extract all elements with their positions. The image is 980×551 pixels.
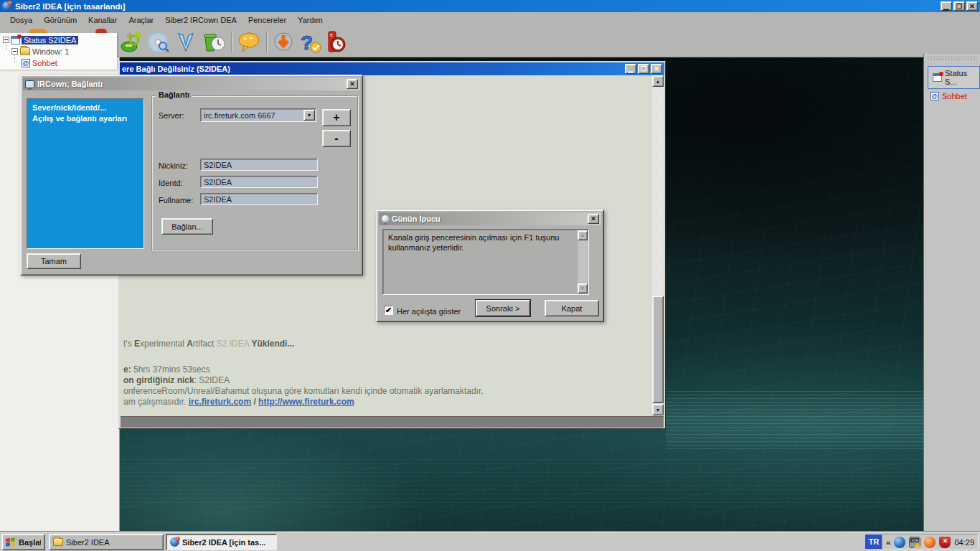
- tip-dialog-title: Günün İpucu: [392, 215, 440, 223]
- nav-item-server[interactable]: Sever/nick/identd/...: [32, 103, 138, 113]
- remove-server-button[interactable]: -: [322, 130, 351, 147]
- right-switchbar: Status S... @ Sohbet: [923, 54, 980, 532]
- mdi-close-button[interactable]: ✕: [651, 64, 662, 74]
- tree-item-sohbet[interactable]: @ Sohbet: [22, 57, 57, 68]
- close-tip-button[interactable]: Kapat: [545, 300, 599, 316]
- b-clock-icon[interactable]: e: [324, 30, 349, 55]
- show-on-startup-checkbox[interactable]: ✔: [384, 306, 393, 315]
- switch-item-label[interactable]: Sohbet: [942, 92, 967, 100]
- chat-at-icon: @: [22, 59, 30, 67]
- status-window-title: ere Bağlı Değilsiniz (S2IDEA): [122, 65, 230, 73]
- menu-gorunum[interactable]: Görünüm: [38, 14, 83, 27]
- scrollbar-thumb[interactable]: [652, 296, 664, 403]
- shield-check-icon[interactable]: [174, 30, 198, 55]
- tree-item-window1[interactable]: Window: 1: [11, 46, 69, 57]
- chevron-down-icon[interactable]: ▼: [303, 110, 315, 121]
- connect-dialog-title: IRCown; Bağlantı: [37, 80, 103, 88]
- close-button[interactable]: ✕: [966, 1, 978, 11]
- mdi-maximize-button[interactable]: ❒: [638, 64, 649, 74]
- status-window-icon: [933, 73, 942, 82]
- tree-item-label[interactable]: Sohbet: [32, 59, 57, 67]
- folder-icon: [20, 47, 30, 55]
- mdi-minimize-button[interactable]: ▁: [625, 64, 636, 74]
- toolbar: “ ” ? e: [0, 27, 980, 57]
- tip-dialog-titlebar: Günün İpucu: [379, 212, 601, 225]
- tip-scrollbar[interactable]: ▲ ▼: [578, 230, 588, 293]
- nav-item-startup[interactable]: Açılış ve bağlantı ayarları: [32, 113, 138, 124]
- connect-icon[interactable]: [119, 30, 143, 55]
- server-combobox[interactable]: irc.fireturk.com 6667 ▼: [200, 108, 316, 122]
- tray-display-warning-icon[interactable]: [909, 537, 920, 548]
- menu-dosya[interactable]: Dosya: [4, 14, 38, 27]
- link-www-fireturk[interactable]: http://www.fireturk.com: [258, 397, 354, 407]
- status-line: t's Experimental Artifact S2 IDEA Yüklen…: [123, 339, 647, 349]
- fullname-input[interactable]: [200, 193, 318, 205]
- connect-dialog-close-icon[interactable]: ✕: [347, 79, 358, 89]
- menu-araclar[interactable]: Araçlar: [123, 14, 159, 27]
- switch-item-sohbet[interactable]: @ Sohbet: [928, 90, 970, 103]
- tray-security-alert-icon[interactable]: [939, 537, 951, 548]
- tray-collapse-chevron[interactable]: «: [886, 538, 890, 547]
- app-icon: [170, 537, 179, 547]
- wallpaper-streaks-bottom: [122, 459, 980, 509]
- restore-button[interactable]: ❐: [953, 1, 965, 11]
- connect-button[interactable]: Bağlan...: [161, 218, 213, 235]
- taskbar: Başlat Siber2 IDEA Siber2 IDEA [için tas…: [0, 532, 980, 551]
- download-icon[interactable]: [271, 30, 296, 55]
- next-tip-button[interactable]: Sonraki >: [476, 300, 530, 316]
- main-window-title: Siber2 IDEA [için tasarlandı]: [15, 2, 126, 11]
- connection-group-label: Bağlantı: [156, 90, 192, 99]
- identd-input[interactable]: [200, 176, 318, 188]
- switch-item-label[interactable]: Status S...: [945, 69, 976, 86]
- minimize-button[interactable]: ▁: [941, 1, 952, 11]
- scroll-down-button[interactable]: ▼: [652, 404, 664, 415]
- status-messages: t's Experimental Artifact S2 IDEA Yüklen…: [123, 339, 647, 408]
- cd-search-icon[interactable]: [146, 30, 171, 55]
- nick-input[interactable]: [200, 159, 318, 171]
- tip-dialog: Günün İpucu ✕ Kanala giriş penceresinin …: [376, 209, 604, 322]
- tree-item-label[interactable]: Status S2IDEA: [22, 36, 78, 44]
- fullname-label: Fullname:: [159, 196, 193, 204]
- menu-bar: Dosya Görünüm Kanallar Araçlar Siber2 IR…: [0, 12, 980, 27]
- task-button-active[interactable]: Siber2 IDEA [için tas...: [166, 534, 277, 550]
- menu-pencereler[interactable]: Pencereler: [242, 14, 292, 27]
- trash-clock-icon[interactable]: [201, 30, 225, 55]
- tree-connector: [14, 54, 15, 62]
- chat-bubble-icon[interactable]: “ ”: [237, 30, 261, 55]
- server-value: irc.fireturk.com 6667: [201, 111, 303, 120]
- lightbulb-icon: [382, 215, 389, 222]
- menu-kanallar[interactable]: Kanallar: [83, 14, 123, 27]
- tray-cleaner-icon[interactable]: [924, 537, 936, 548]
- settings-nav-panel: Sever/nick/identd/... Açılış ve bağlantı…: [27, 98, 144, 249]
- app-icon: [2, 1, 11, 11]
- menu-yardim[interactable]: Yardım: [292, 14, 329, 27]
- drag-grip[interactable]: [927, 56, 977, 60]
- tip-dialog-close-icon[interactable]: ✕: [588, 214, 599, 224]
- svg-text:?: ?: [301, 32, 313, 54]
- start-button[interactable]: Başlat: [1, 534, 45, 550]
- connect-dialog-titlebar: IRCown; Bağlantı: [23, 77, 360, 90]
- scroll-down-button[interactable]: ▼: [578, 283, 588, 293]
- clock: 04:29: [954, 538, 974, 547]
- monitor-icon: [25, 80, 34, 88]
- status-scrollbar[interactable]: ▲ ▼: [652, 75, 664, 415]
- scroll-up-button[interactable]: ▲: [652, 75, 664, 87]
- language-indicator[interactable]: TR: [865, 534, 882, 549]
- menu-siber2-ircown-dea[interactable]: Siber2 IRCown DEA: [159, 14, 242, 27]
- chat-at-icon: @: [930, 92, 939, 100]
- svg-text:“ ”: “ ”: [243, 36, 253, 44]
- tree-item-label[interactable]: Window: 1: [32, 47, 69, 56]
- tray-app-icon[interactable]: [894, 537, 905, 548]
- system-tray: « 04:29: [882, 534, 979, 550]
- tree-item-status[interactable]: Status S2IDEA: [3, 34, 78, 45]
- help-icon[interactable]: ?: [298, 30, 323, 55]
- scroll-up-button[interactable]: ▲: [578, 230, 588, 240]
- show-on-startup-label[interactable]: Her açılışta göster: [397, 307, 461, 316]
- ok-button[interactable]: Tamam: [27, 253, 81, 269]
- task-button-folder[interactable]: Siber2 IDEA: [49, 534, 164, 550]
- status-window-titlebar: ere Bağlı Değilsiniz (S2IDEA) ▁ ❒ ✕: [120, 62, 664, 75]
- add-server-button[interactable]: +: [322, 109, 351, 126]
- link-irc-fireturk[interactable]: irc.fireturk.com: [189, 397, 251, 407]
- switch-item-status[interactable]: Status S...: [928, 66, 980, 89]
- tree-connector: [6, 42, 6, 51]
